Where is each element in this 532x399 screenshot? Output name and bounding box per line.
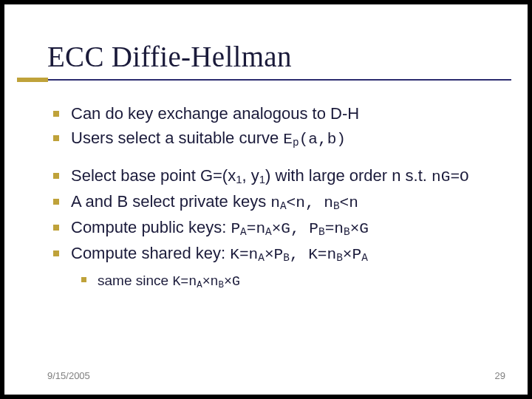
list-item: Select base point G=(x1, y1) with large … — [71, 165, 498, 188]
square-bullet-icon — [53, 135, 59, 141]
list-subitem-text: same since K=nA×nB×G — [98, 273, 240, 288]
list-item-text: A and B select private keys nA<n, nB<n — [71, 192, 358, 211]
title-rule — [4, 78, 528, 82]
list-item: Compute public keys: PA=nA×G, PB=nB×G — [71, 216, 498, 239]
slide-footer: 9/15/2005 29 — [4, 370, 528, 381]
list-item: Users select a suitable curve Ep(a,b) — [71, 127, 498, 150]
list-item-text: Compute public keys: PA=nA×G, PB=nB×G — [71, 218, 369, 236]
square-bullet-icon — [53, 199, 59, 205]
slide: ECC Diffie-Hellman Can do key exchange a… — [4, 4, 528, 395]
square-bullet-icon — [53, 250, 59, 256]
rule-short — [17, 78, 48, 82]
list-item: Can do key exchange analogous to D-H — [71, 103, 498, 124]
list-subitem: same since K=nA×nB×G — [98, 271, 498, 291]
slide-title: ECC Diffie-Hellman — [47, 40, 528, 73]
list-item-text: Can do key exchange analogous to D-H — [71, 104, 359, 123]
footer-date: 9/15/2005 — [47, 370, 90, 381]
square-bullet-icon — [53, 173, 59, 179]
square-bullet-icon — [53, 225, 59, 231]
title-area: ECC Diffie-Hellman — [4, 4, 528, 73]
list-item-text: Select base point G=(x1, y1) with large … — [71, 166, 469, 185]
rule-long — [17, 79, 511, 81]
list-item: A and B select private keys nA<n, nB<n — [71, 191, 498, 214]
slide-body: Can do key exchange analogous to D-HUser… — [4, 82, 528, 291]
list-item-text: Compute shared key: K=nA×PB, K=nB×PA — [71, 244, 368, 262]
list-item-text: Users select a suitable curve Ep(a,b) — [71, 129, 346, 147]
list-item: Compute shared key: K=nA×PB, K=nB×PA — [71, 242, 498, 265]
square-bullet-icon — [81, 277, 86, 282]
square-bullet-icon — [53, 111, 59, 117]
footer-page: 29 — [495, 370, 505, 381]
